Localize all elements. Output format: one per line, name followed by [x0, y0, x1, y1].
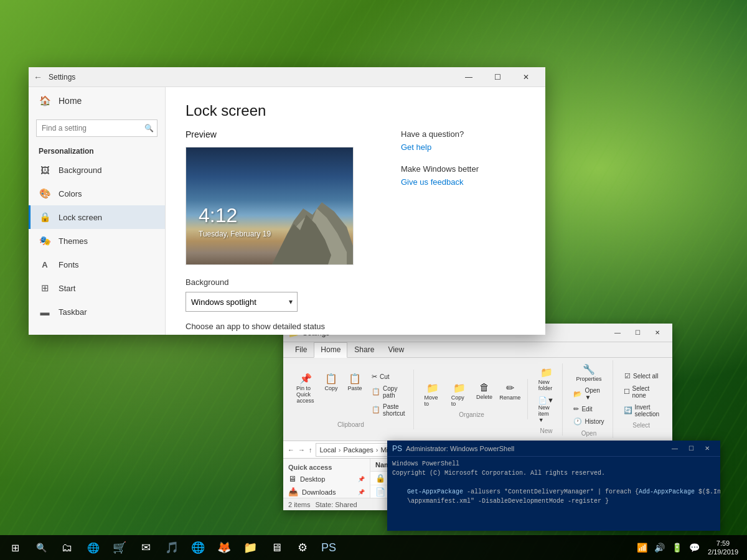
settings-sidebar: 🏠 Home 🔍 Personalization 🖼 Background 🎨 …	[29, 87, 166, 335]
quick-access-section: Quick access	[283, 461, 370, 472]
properties-button[interactable]: 🔧 Properties	[571, 362, 606, 384]
unknown-taskbar-button[interactable]: 🎵	[159, 535, 184, 560]
explorer-nav-panel: Quick access 🖥 Desktop📌 📥 Downloads📌 📄 D…	[283, 459, 370, 498]
paste-button[interactable]: 📋 Paste	[344, 371, 366, 419]
new-item-button[interactable]: 📄▼ New item ▼	[534, 394, 559, 425]
battery-icon[interactable]: 🔋	[669, 540, 684, 555]
ribbon-tab-view[interactable]: View	[381, 342, 411, 357]
taskbar-search-button[interactable]: 🔍	[30, 535, 52, 560]
clock-date: 2/19/2019	[708, 548, 738, 556]
ribbon-tabs: File Home Share View	[283, 342, 672, 358]
copy-button[interactable]: 📋 Copy	[320, 371, 342, 419]
feedback-link[interactable]: Give us feedback	[401, 177, 525, 187]
sidebar-item-themes[interactable]: 🎭 Themes	[29, 229, 165, 253]
forward-button[interactable]: →	[298, 443, 306, 457]
cut-button[interactable]: ✂ Cut	[367, 371, 410, 383]
select-none-icon: ☐	[624, 388, 630, 396]
get-help-link[interactable]: Get help	[401, 142, 525, 152]
state-label: State: Shared	[315, 501, 357, 508]
sidebar-item-label: Lock screen	[59, 213, 102, 222]
sidebar-item-taskbar[interactable]: ▬ Taskbar	[29, 300, 165, 324]
select-none-button[interactable]: ☐ Select none	[619, 383, 664, 401]
move-to-button[interactable]: 📁 Move to	[420, 380, 446, 409]
paste-shortcut-button[interactable]: 📋 Paste shortcut	[367, 401, 410, 419]
network-icon[interactable]: 📶	[634, 540, 649, 555]
preview-date: Tuesday, February 19	[199, 230, 271, 238]
background-dropdown-label: Background	[186, 278, 401, 287]
ribbon-group-organize: 📁 Move to 📁 Copy to 🗑 Delete ✏ Rename	[416, 379, 528, 419]
notification-icon[interactable]: 💬	[687, 540, 702, 555]
settings-main-content: Lock screen Preview	[166, 87, 545, 335]
path-packages: Packages	[343, 446, 373, 454]
open-button[interactable]: 📂 Open ▼	[569, 385, 608, 403]
volume-icon[interactable]: 🔊	[652, 540, 667, 555]
task-view-button[interactable]: 🗂	[55, 535, 80, 560]
lock-icon: 🔒	[39, 211, 51, 223]
pin-to-quick-access-button[interactable]: 📌 Pin to Quick access	[292, 371, 319, 419]
ribbon-group-select: ☑ Select all ☐ Select none 🔄 Invert sele…	[616, 369, 667, 430]
up-button[interactable]: ↑	[308, 443, 313, 457]
sidebar-item-label: Start	[59, 284, 75, 293]
sidebar-item-fonts[interactable]: A Fonts	[29, 253, 165, 276]
powershell-window: PS Administrator: Windows PowerShell — ☐…	[387, 441, 720, 531]
settings-taskbar-button[interactable]: ⚙	[290, 535, 315, 560]
ps-line-2: Copyright (C) Microsoft Corporation. All…	[392, 469, 715, 478]
settings-titlebar: ← Settings — ☐ ✕	[29, 67, 545, 87]
firefox-taskbar-button[interactable]: 🦊	[212, 535, 237, 560]
main-left: Preview 4:12 Tuesday, F	[186, 129, 401, 335]
file-icon: 📄	[375, 487, 385, 497]
sidebar-item-home[interactable]: 🏠 Home	[29, 87, 165, 114]
rename-button[interactable]: ✏ Rename	[497, 380, 524, 409]
settings-back-icon[interactable]: ←	[34, 72, 42, 82]
clipboard-label: Clipboard	[337, 421, 364, 428]
invert-selection-button[interactable]: 🔄 Invert selection	[619, 402, 664, 419]
minimize-button[interactable]: —	[454, 67, 483, 87]
explorer-taskbar-button[interactable]: 📁	[238, 535, 263, 560]
ribbon-tab-file[interactable]: File	[288, 342, 314, 357]
ps-minimize-button[interactable]: —	[667, 441, 683, 457]
edge-taskbar-button[interactable]: 🌐	[81, 535, 106, 560]
pin-icon: 📌	[299, 373, 312, 385]
sidebar-item-start[interactable]: ⊞ Start	[29, 276, 165, 300]
explorer-maximize-button[interactable]: ☐	[627, 324, 647, 342]
select-all-button[interactable]: ☑ Select all	[620, 370, 663, 382]
new-folder-button[interactable]: 📁 New folder	[534, 365, 559, 393]
explorer-minimize-button[interactable]: —	[608, 324, 627, 342]
mail-taskbar-button[interactable]: ✉	[133, 535, 158, 560]
ribbon-tab-share[interactable]: Share	[347, 342, 381, 357]
item-count: 2 items	[288, 501, 310, 508]
ribbon-tab-home[interactable]: Home	[314, 342, 347, 358]
close-button[interactable]: ✕	[512, 67, 540, 87]
nav-downloads[interactable]: 📥 Downloads📌	[283, 485, 370, 498]
maximize-button[interactable]: ☐	[483, 67, 512, 87]
sidebar-item-colors[interactable]: 🎨 Colors	[29, 182, 165, 205]
taskbar-app-icons: 🗂 🌐 🛒 ✉ 🎵 🌐 🦊 📁 🖥 ⚙ PS	[52, 535, 341, 560]
sidebar-item-background[interactable]: 🖼 Background	[29, 158, 165, 182]
page-title: Lock screen	[186, 102, 525, 119]
powershell-taskbar-button[interactable]: PS	[316, 535, 341, 560]
downloads-nav-icon: 📥	[288, 487, 298, 497]
desktop-taskbar-button[interactable]: 🖥	[264, 535, 289, 560]
history-button[interactable]: 🕐 History	[569, 416, 608, 427]
chrome-taskbar-button[interactable]: 🌐	[186, 535, 210, 560]
ps-maximize-button[interactable]: ☐	[683, 441, 699, 457]
start-button[interactable]: ⊞	[0, 535, 30, 560]
system-clock[interactable]: 7:59 2/19/2019	[704, 539, 742, 557]
settings-search-input[interactable]	[36, 119, 157, 137]
sidebar-search-container: 🔍	[36, 119, 157, 137]
copy-path-button[interactable]: 📋 Copy path	[367, 383, 410, 401]
choose-app-label: Choose an app to show detailed status	[186, 322, 401, 331]
sidebar-item-lock-screen[interactable]: 🔒 Lock screen	[29, 205, 165, 229]
ps-close-button[interactable]: ✕	[699, 441, 715, 457]
background-select-wrapper: Windows spotlight	[186, 292, 298, 312]
edit-icon: ✏	[573, 405, 579, 413]
nav-desktop[interactable]: 🖥 Desktop📌	[283, 472, 370, 485]
copy-to-button[interactable]: 📁 Copy to	[447, 380, 472, 409]
delete-button[interactable]: 🗑 Delete	[473, 380, 496, 409]
background-select[interactable]: Windows spotlight	[186, 292, 298, 312]
explorer-close-button[interactable]: ✕	[647, 324, 667, 342]
store-taskbar-button[interactable]: 🛒	[107, 535, 132, 560]
back-button[interactable]: ←	[287, 443, 295, 457]
edit-button[interactable]: ✏ Edit	[569, 403, 608, 415]
window-controls: — ☐ ✕	[454, 67, 540, 87]
